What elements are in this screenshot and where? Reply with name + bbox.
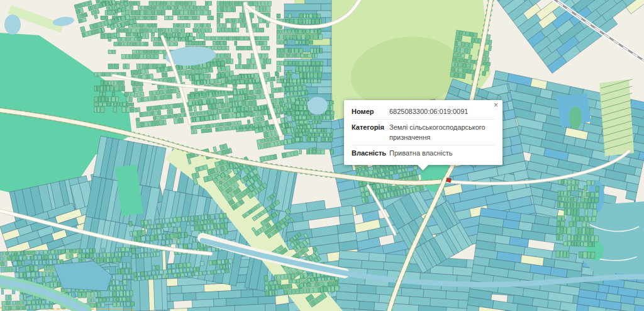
layer-mark <box>446 178 451 182</box>
popup-label-ownership: Власність <box>352 148 389 158</box>
popup-row-category: Категорія Землі сільськогосподарського п… <box>352 119 495 145</box>
popup-value-category: Землі сільськогосподарського призначення <box>389 122 495 142</box>
popup-close-icon[interactable]: × <box>494 101 498 109</box>
popup-label-number: Номер <box>352 106 389 116</box>
popup-value-ownership: Приватна власність <box>389 148 495 158</box>
popup-row-ownership: Власність Приватна власність <box>352 145 495 161</box>
popup-value-number: 6825083300:06:019:0091 <box>389 106 495 116</box>
selected-parcel-marker[interactable] <box>446 178 451 182</box>
parcel-info-popup: × Номер 6825083300:06:019:0091 Категорія… <box>344 100 502 165</box>
map-viewport: × Номер 6825083300:06:019:0091 Категорія… <box>0 0 644 311</box>
map-canvas[interactable] <box>0 0 644 311</box>
popup-row-number: Номер 6825083300:06:019:0091 <box>352 104 495 119</box>
popup-label-category: Категорія <box>352 122 389 142</box>
